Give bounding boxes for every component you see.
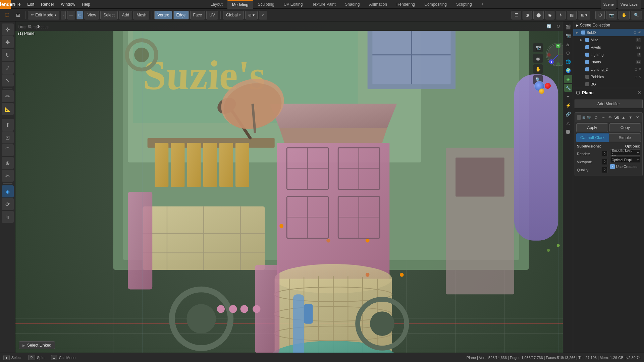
prop-world-btn[interactable]: 🌍	[564, 66, 572, 74]
tab-uv-editing[interactable]: UV Editing	[279, 0, 308, 9]
spin-key[interactable]: ↻	[28, 355, 35, 360]
tab-catmull-clark[interactable]: Catmull-Clark	[576, 133, 609, 142]
quality-value[interactable]: 2	[602, 167, 607, 173]
camera-icon[interactable]: 📷	[606, 11, 617, 19]
prop-scene-btn[interactable]: 🎬	[564, 23, 572, 31]
menu-help[interactable]: Help	[78, 0, 94, 9]
modifier-down-btn[interactable]: ▼	[628, 114, 633, 121]
menu-render[interactable]: Render	[38, 0, 57, 9]
xray-btn[interactable]: ◑	[523, 11, 532, 19]
outliner-icon[interactable]: ⬡	[595, 11, 605, 19]
tool-loop-cut[interactable]: ⊕	[2, 157, 14, 169]
prop-particles-btn[interactable]: ✦	[564, 93, 572, 101]
tab-layout[interactable]: Layout	[206, 0, 227, 9]
modifier-close-btn[interactable]: ✕	[635, 114, 640, 121]
overlay-toggle[interactable]: ⬡	[555, 22, 562, 30]
tab-texture-paint[interactable]: Texture Paint	[307, 0, 340, 9]
vertex-btn[interactable]: Vertex	[154, 11, 172, 19]
tab-add[interactable]: +	[477, 0, 488, 9]
copy-button[interactable]: Copy	[609, 123, 641, 132]
visibility-checkbox-plants[interactable]	[585, 60, 589, 64]
select-key[interactable]: ●	[3, 355, 10, 360]
visibility-checkbox-rivets[interactable]	[585, 45, 589, 49]
viewport-shading-rendered[interactable]: ☀	[556, 11, 566, 19]
tab-rendering[interactable]: Rendering	[392, 0, 420, 9]
viewport-cam-perspective[interactable]: ⊡	[26, 22, 33, 30]
viewport-shading-btn[interactable]: ◑	[35, 22, 42, 30]
collection-item-lighting2[interactable]: Lighting_2 ◻ ▽	[573, 66, 644, 73]
tool-smooth[interactable]: ≋	[2, 211, 14, 223]
render-value[interactable]: 2	[602, 151, 607, 157]
toggle-overlay2[interactable]: ✋	[533, 64, 543, 74]
visibility-checkbox-pebbles[interactable]	[585, 75, 589, 79]
tool-bevel[interactable]: ⌒	[2, 144, 14, 156]
mesh-btn[interactable]: Mesh	[133, 11, 149, 19]
uv-btn[interactable]: UV	[206, 11, 218, 19]
tool-measure[interactable]: 📐	[2, 103, 14, 115]
pivot-selector[interactable]: Global ▾	[223, 11, 244, 19]
view-layer-selector[interactable]: View Layer	[618, 0, 641, 9]
collection-item-bg[interactable]: BG	[573, 80, 644, 88]
viewport-menu-btn[interactable]: ☰	[17, 22, 25, 30]
modifier-edit-icon[interactable]: ✏	[600, 114, 606, 121]
tool-knife[interactable]: ✂	[2, 170, 14, 182]
call-menu-key[interactable]: ≡	[51, 355, 57, 360]
toggle-camera[interactable]: 📷	[533, 43, 543, 52]
tool-poly-build[interactable]: ◈	[2, 185, 14, 197]
blender-icon-btn[interactable]: ⬡	[2, 11, 12, 19]
prop-object-btn[interactable]: ◈	[564, 75, 572, 83]
view-btn[interactable]: View	[85, 11, 99, 19]
tab-sculpting[interactable]: Sculpting	[253, 0, 279, 9]
visibility-checkbox-misc[interactable]	[585, 38, 589, 42]
edge-btn[interactable]: Edge	[173, 11, 189, 19]
tool-spin[interactable]: ⟳	[2, 198, 14, 210]
zoom-icon[interactable]: 🔍	[631, 11, 642, 19]
tab-scripting[interactable]: Scripting	[451, 0, 477, 9]
modifier-view-icon[interactable]: 👁	[607, 114, 613, 121]
menu-file[interactable]: File	[11, 0, 24, 9]
select-btn[interactable]: Select	[100, 11, 117, 19]
viewport-shading-solid[interactable]: ⬤	[533, 11, 544, 19]
tab-compositing[interactable]: Compositing	[420, 0, 451, 9]
proportional-btn[interactable]: ○	[259, 11, 267, 19]
visibility-checkbox-lighting[interactable]	[585, 53, 589, 57]
apply-button[interactable]: Apply	[576, 123, 608, 132]
use-creases-checkbox[interactable]: ✓	[610, 164, 615, 169]
collection-item-pebbles[interactable]: Pebbles ◻ ▽	[573, 73, 644, 80]
tab-simple[interactable]: Simple	[609, 133, 641, 142]
collection-item-subd[interactable]: ▶ SubD ⬡ 👁	[573, 29, 644, 36]
tool-transform[interactable]: ⤡	[2, 74, 14, 86]
collection-item-lighting[interactable]: Lighting 5	[573, 51, 644, 58]
viewport-3d[interactable]: ☰ ⊡ ◑ 🔄 ⬡ ◑	[15, 21, 573, 353]
tool-extrude[interactable]: ⬆	[2, 119, 14, 131]
gizmo-btn[interactable]: 🔄	[545, 22, 553, 30]
prop-material-btn[interactable]: ⬤	[564, 127, 572, 135]
prop-modifier-btn[interactable]: 🔧	[564, 84, 572, 92]
prop-data-btn[interactable]: △	[564, 119, 572, 127]
tool-scale[interactable]: ⤢	[2, 62, 14, 74]
visibility-checkbox-bg[interactable]	[585, 82, 589, 86]
prop-output-btn[interactable]: 🖨	[564, 40, 572, 48]
tab-animation[interactable]: Animation	[365, 0, 392, 9]
mesh-select-mode-face[interactable]: □	[76, 11, 83, 19]
add-btn[interactable]: Add	[119, 11, 132, 19]
menu-edit[interactable]: Edit	[24, 0, 38, 9]
editor-type-btn[interactable]: ⊞	[13, 11, 23, 19]
collection-item-misc[interactable]: ▶ Misc 10	[573, 36, 644, 44]
tab-shading[interactable]: Shading	[340, 0, 365, 9]
modifier-render-icon[interactable]: ⬡	[593, 114, 599, 121]
modifier-camera-icon[interactable]: 📷	[586, 114, 592, 121]
collection-item-plants[interactable]: Plants 44	[573, 58, 644, 66]
tool-inset[interactable]: ⊡	[2, 131, 14, 143]
tool-cursor[interactable]: ✛	[2, 23, 14, 36]
tool-rotate[interactable]: ↻	[2, 49, 14, 61]
overlay-btn[interactable]: ☰	[512, 11, 521, 19]
visibility-checkbox-subd[interactable]	[581, 31, 585, 35]
viewport-value[interactable]: 2	[602, 159, 607, 165]
scene-selector[interactable]: Scene	[601, 0, 616, 9]
visibility-checkbox-lighting2[interactable]	[585, 67, 589, 71]
add-modifier-button[interactable]: Add Modifier	[575, 100, 643, 108]
toggle-render[interactable]: ◉	[533, 54, 543, 63]
mesh-select-mode-vertex[interactable]: ·	[61, 11, 66, 19]
smooth-dropdown[interactable]: Smooth, keep c... ▾	[610, 149, 641, 156]
